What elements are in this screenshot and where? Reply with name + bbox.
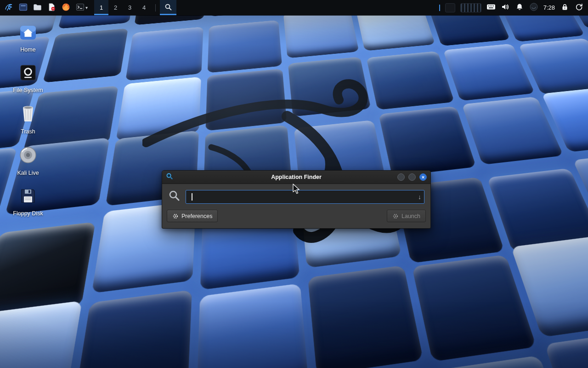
notifications-button[interactable] — [515, 2, 524, 13]
desktop-icon-label: Trash — [21, 128, 35, 135]
desktop-icon-kali-live[interactable]: Kali Live — [9, 145, 47, 176]
speaker-icon — [501, 3, 509, 12]
search-icon — [168, 190, 181, 204]
desktop-icon-file-system[interactable]: File System — [9, 63, 47, 93]
taskbar-item-application-finder[interactable] — [160, 0, 176, 15]
kali-logo-icon — [5, 2, 14, 13]
files-app-launcher[interactable] — [16, 0, 30, 15]
close-button[interactable]: × — [419, 173, 427, 181]
panel-clock[interactable]: 7:28 — [543, 4, 555, 11]
preferences-label: Preferences — [181, 213, 212, 219]
titlebar[interactable]: Application Finder × — [162, 171, 430, 184]
firefox-icon — [62, 3, 70, 13]
application-finder-icon — [166, 172, 173, 182]
workspace-button-4[interactable]: 4 — [137, 0, 151, 15]
minimize-button[interactable] — [397, 173, 405, 181]
search-entry: ↓ — [186, 190, 424, 204]
screen-lock-button[interactable] — [560, 2, 569, 13]
application-finder-window: Application Finder × — [162, 170, 431, 229]
search-icon — [164, 3, 172, 12]
bell-icon — [516, 3, 523, 12]
desktop-icon-label: Home — [20, 46, 35, 53]
text-caret — [192, 193, 192, 201]
launch-button[interactable]: Launch — [387, 210, 426, 222]
tray-indicator-bar — [439, 5, 440, 11]
workspace-button-1[interactable]: 1 — [94, 0, 108, 15]
desktop-icon-floppy-disk[interactable]: Floppy Disk — [9, 187, 47, 217]
window-body: ↓ Preferences — [162, 184, 430, 228]
firefox-launcher[interactable] — [59, 0, 73, 15]
maximize-button[interactable] — [408, 173, 416, 181]
panel-separator — [155, 4, 156, 12]
desktop-icon-label: Kali Live — [17, 170, 39, 176]
top-panel: ▾ 1 2 3 4 — [0, 0, 588, 15]
close-icon: × — [422, 175, 424, 180]
volume-button[interactable] — [501, 2, 510, 13]
workspace-switcher: 1 2 3 4 — [94, 0, 151, 15]
status-circle-icon — [530, 3, 538, 12]
trash-icon — [19, 104, 37, 125]
action-row: Preferences Launch — [167, 210, 426, 222]
document-icon — [47, 3, 56, 13]
tray-widget-1[interactable] — [445, 3, 455, 12]
floppy-icon — [19, 187, 37, 207]
desktop-icon-column: Home File System Trash — [9, 24, 47, 217]
desktop-icon-trash[interactable]: Trash — [9, 104, 47, 135]
launch-label: Launch — [401, 213, 420, 219]
keyboard-layout-button[interactable] — [486, 2, 496, 13]
gear-icon — [172, 213, 179, 219]
file-manager-launcher[interactable] — [30, 0, 45, 15]
launch-gear-icon — [392, 213, 399, 219]
home-folder-icon — [18, 24, 38, 43]
workspace-button-2[interactable]: 2 — [108, 0, 123, 15]
desktop-screen: ▾ 1 2 3 4 — [0, 0, 588, 368]
lock-icon — [561, 3, 568, 12]
window-icon — [19, 3, 28, 13]
drive-icon — [19, 63, 37, 84]
terminal-icon — [76, 3, 85, 13]
logout-icon — [575, 3, 583, 12]
status-tray-button[interactable] — [529, 2, 538, 13]
desktop-icon-home[interactable]: Home — [9, 24, 47, 53]
search-input[interactable] — [186, 190, 424, 204]
text-editor-launcher[interactable] — [45, 0, 59, 15]
logout-button[interactable] — [574, 2, 583, 13]
tray-monitor-widget[interactable] — [460, 3, 481, 12]
window-buttons: × — [397, 173, 427, 181]
panel-right-section: 7:28 — [439, 0, 588, 15]
window-title: Application Finder — [162, 174, 430, 180]
workspace-button-3[interactable]: 3 — [123, 0, 137, 15]
preferences-button[interactable]: Preferences — [167, 210, 218, 222]
search-row: ↓ — [167, 190, 426, 204]
folder-icon — [33, 3, 42, 13]
desktop-icon-label: Floppy Disk — [13, 210, 43, 217]
disc-icon — [18, 145, 38, 167]
chevron-down-icon[interactable]: ▾ — [85, 5, 88, 10]
desktop-icon-label: File System — [13, 87, 43, 93]
keyboard-icon — [486, 4, 496, 12]
kali-menu-button[interactable] — [2, 0, 16, 15]
panel-left-section: ▾ 1 2 3 4 — [0, 0, 176, 15]
entry-dropdown-arrow-icon[interactable]: ↓ — [418, 190, 421, 204]
